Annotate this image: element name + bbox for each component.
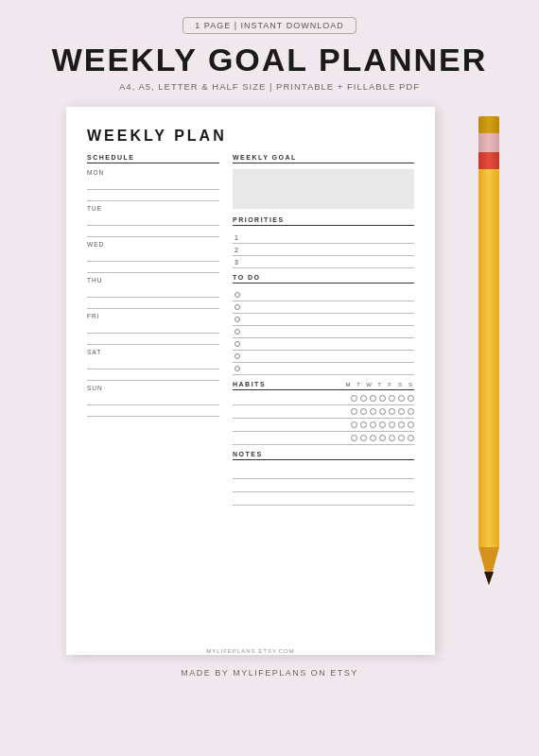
day-letter-s2: S: [407, 382, 414, 387]
todo-item: [233, 326, 414, 338]
habit-row: [233, 432, 414, 445]
day-line: [87, 407, 219, 417]
todo-item: [233, 351, 414, 363]
day-line: [87, 264, 219, 273]
day-letter-w: W: [365, 382, 373, 387]
todo-circle: [235, 329, 240, 335]
day-letter-f: F: [386, 382, 393, 387]
right-column: WEEKLY GOAL PRIORITIES 1 2 3 TO DO: [233, 154, 414, 636]
title-area: WEEKLY GOAL PLANNER A4, A5, LETTER & HAL…: [52, 42, 488, 92]
subtitle: A4, A5, LETTER & HALF SIZE | PRINTABLE +…: [52, 81, 488, 92]
todo-circle: [235, 341, 240, 347]
day-line: [87, 228, 219, 237]
todo-item: [233, 301, 414, 314]
todo-circle: [235, 366, 240, 371]
todo-label: TO DO: [233, 274, 414, 284]
schedule-label: SCHEDULE: [87, 154, 219, 163]
todo-circle: [235, 317, 240, 322]
todo-item: [233, 289, 414, 301]
habits-header: HABITS M T W T F S S: [233, 381, 414, 390]
planner-document: WEEKLY PLAN SCHEDULE MON TUE: [66, 107, 435, 655]
day-letter-m: M: [344, 382, 352, 387]
priority-item-2: 2: [233, 244, 414, 256]
day-block-tue: TUE: [87, 205, 219, 237]
todo-item: [233, 314, 414, 326]
day-label-sun: SUN: [87, 385, 219, 391]
document-title: WEEKLY PLAN: [87, 128, 414, 145]
habits-label: HABITS: [233, 381, 266, 387]
habit-row: [233, 419, 414, 432]
weekly-goal-section: WEEKLY GOAL: [233, 154, 414, 209]
day-letter-t2: T: [375, 382, 383, 387]
notes-section: NOTES: [233, 451, 414, 636]
day-line: [87, 192, 219, 201]
main-title: WEEKLY GOAL PLANNER: [52, 42, 488, 78]
day-label-sat: SAT: [87, 349, 219, 355]
priority-item-3: 3: [233, 256, 414, 268]
day-label-mon: MON: [87, 169, 219, 176]
pencil-lead: [484, 572, 494, 585]
document-wrapper: WEEKLY PLAN SCHEDULE MON TUE: [66, 107, 473, 655]
day-line: [87, 335, 219, 345]
day-line: [87, 179, 219, 190]
priorities-label: PRIORITIES: [233, 216, 414, 226]
day-line: [87, 215, 219, 226]
day-label-tue: TUE: [87, 205, 219, 212]
pencil-ferrule: [478, 152, 499, 169]
day-line: [87, 300, 219, 309]
day-block-wed: WED: [87, 241, 219, 273]
footer-text: MYLIFEPLANS.ETSY.COM: [206, 648, 295, 654]
day-line: [87, 358, 219, 369]
day-line: [87, 286, 219, 298]
day-label-wed: WED: [87, 241, 219, 248]
document-body: SCHEDULE MON TUE WED: [87, 154, 414, 636]
pencil-eraser: [478, 133, 499, 154]
day-block-thu: THU: [87, 277, 219, 309]
schedule-column: SCHEDULE MON TUE WED: [87, 154, 219, 636]
todo-circle: [235, 292, 240, 298]
day-line: [87, 371, 219, 381]
document-footer: MYLIFEPLANS.ETSY.COM: [87, 640, 414, 657]
pencil-decoration: [478, 116, 499, 570]
todo-section: TO DO: [233, 274, 414, 375]
product-badge: 1 PAGE | INSTANT DOWNLOAD: [183, 17, 356, 34]
priorities-section: PRIORITIES 1 2 3: [233, 216, 414, 268]
todo-circle: [235, 304, 240, 310]
day-block-sun: SUN: [87, 385, 219, 417]
notes-line: [233, 492, 414, 506]
day-block-mon: MON: [87, 169, 219, 201]
habit-row: [233, 392, 414, 405]
day-label-thu: THU: [87, 277, 219, 284]
day-letter-t: T: [355, 382, 362, 387]
habit-circles: [351, 435, 414, 441]
pencil-body: [478, 169, 499, 547]
day-block-sat: SAT: [87, 349, 219, 381]
pencil-tip-wrap: [478, 547, 499, 585]
weekly-goal-label: WEEKLY GOAL: [233, 154, 414, 163]
habits-section: HABITS M T W T F S S: [233, 381, 414, 445]
todo-item: [233, 338, 414, 351]
day-letter-s: S: [396, 382, 404, 387]
day-label-fri: FRI: [87, 313, 219, 319]
day-block-fri: FRI: [87, 313, 219, 345]
pencil-top: [478, 116, 499, 133]
notes-line: [233, 466, 414, 479]
habit-row: [233, 405, 414, 419]
bottom-credit: MADE BY MYLIFEPLANS ON ETSY: [181, 668, 357, 678]
habit-circles: [351, 421, 414, 428]
notes-label: NOTES: [233, 451, 414, 460]
day-line: [87, 394, 219, 405]
todo-circle: [235, 353, 240, 359]
habit-circles: [351, 395, 414, 402]
days-header: M T W T F S S: [344, 382, 414, 387]
weekly-goal-box: [233, 169, 414, 209]
day-line: [87, 322, 219, 334]
day-line: [87, 250, 219, 262]
habit-circles: [351, 408, 414, 415]
todo-item: [233, 363, 414, 375]
priority-item-1: 1: [233, 232, 414, 244]
notes-line: [233, 479, 414, 492]
